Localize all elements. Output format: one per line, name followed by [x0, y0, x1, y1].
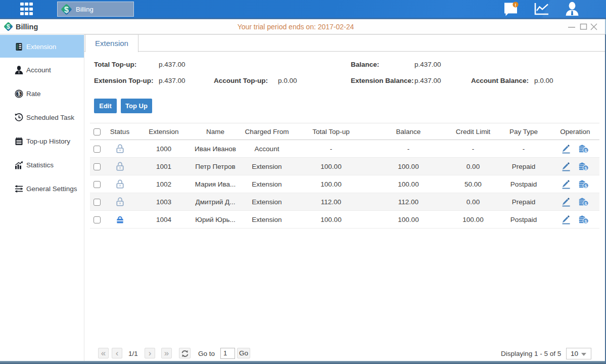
svg-text:$: $: [64, 5, 69, 14]
svg-text:!: !: [515, 3, 517, 8]
svg-text:$: $: [18, 91, 21, 97]
